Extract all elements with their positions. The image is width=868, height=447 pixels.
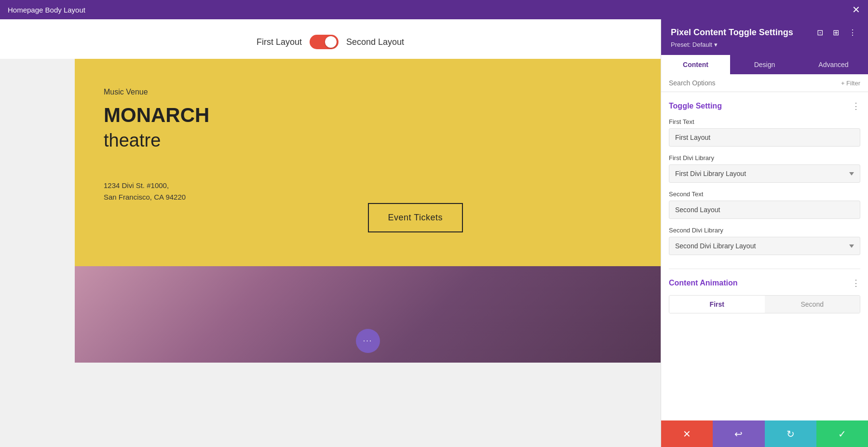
tab-design[interactable]: Design: [730, 55, 799, 74]
filter-plus-icon: + Filter: [841, 80, 860, 87]
chat-dots-icon: ···: [363, 337, 372, 345]
first-divi-library-label: First Divi Library: [669, 154, 860, 162]
animation-tabs: First Second: [669, 295, 860, 313]
second-divi-library-select[interactable]: Second Divi Library Layout: [669, 237, 860, 255]
toggle-setting-menu-button[interactable]: ⋮: [852, 102, 860, 110]
action-bar: ✕ ↩ ↻ ✓: [661, 420, 868, 447]
second-text-field: Second Text: [669, 190, 860, 219]
panel-tabs: Content Design Advanced: [661, 55, 868, 74]
content-animation-header: Content Animation ⋮: [669, 279, 860, 287]
section-divider: [669, 269, 860, 269]
undo-button[interactable]: ↩: [713, 420, 764, 447]
toggle-track: [310, 35, 339, 49]
content-animation-title: Content Animation: [669, 279, 738, 287]
first-text-label: First Text: [669, 118, 860, 125]
panel-header-icons: ⊡ ⊞ ⋮: [815, 27, 858, 38]
second-divi-library-field: Second Divi Library Second Divi Library …: [669, 227, 860, 255]
second-text-input[interactable]: [669, 201, 860, 219]
content-animation-section: Content Animation ⋮ First Second: [669, 279, 860, 313]
toggle-setting-title: Toggle Setting: [669, 102, 722, 110]
redo-button[interactable]: ↻: [765, 420, 816, 447]
first-text-input[interactable]: [669, 128, 860, 147]
toggle-thumb: [325, 36, 337, 48]
tab-advanced[interactable]: Advanced: [799, 55, 868, 74]
layout-icon-button[interactable]: ⊞: [831, 27, 841, 38]
first-text-field: First Text: [669, 118, 860, 147]
close-button[interactable]: ✕: [852, 5, 860, 14]
first-layout-label: First Layout: [257, 37, 302, 47]
venue-name-line2: theatre: [104, 130, 637, 151]
second-text-label: Second Text: [669, 190, 860, 198]
yellow-content-block: Music Venue MONARCH theatre 1234 Divi St…: [75, 59, 661, 266]
venue-name-line1: MONARCH: [104, 104, 637, 126]
cancel-button[interactable]: ✕: [661, 420, 713, 447]
anim-tab-second[interactable]: Second: [765, 296, 860, 313]
gray-section: ···: [75, 266, 661, 363]
canvas-area: First Layout Second Layout Music Venue M…: [0, 19, 661, 447]
second-layout-label: Second Layout: [346, 37, 404, 47]
panel-title: Pixel Content Toggle Settings: [671, 27, 793, 38]
toggle-setting-header: Toggle Setting ⋮: [669, 102, 860, 110]
panel-header-top: Pixel Content Toggle Settings ⊡ ⊞ ⋮: [671, 27, 858, 38]
settings-panel: Pixel Content Toggle Settings ⊡ ⊞ ⋮ Pres…: [661, 19, 868, 447]
focus-icon-button[interactable]: ⊡: [815, 27, 825, 38]
venue-category: Music Venue: [104, 88, 637, 96]
search-input[interactable]: [669, 79, 837, 87]
top-bar: Homepage Body Layout ✕: [0, 0, 868, 19]
first-divi-library-field: First Divi Library First Divi Library La…: [669, 154, 860, 183]
anim-tab-first[interactable]: First: [669, 296, 765, 313]
panel-content: Toggle Setting ⋮ First Text First Divi L…: [661, 92, 868, 420]
canvas-toggle-bar: First Layout Second Layout: [0, 19, 661, 59]
toggle-setting-section: Toggle Setting ⋮ First Text First Divi L…: [669, 102, 860, 255]
filter-button[interactable]: + Filter: [841, 80, 860, 87]
search-bar: + Filter: [661, 74, 868, 92]
panel-header: Pixel Content Toggle Settings ⊡ ⊞ ⋮ Pres…: [661, 19, 868, 55]
layout-toggle[interactable]: [310, 35, 339, 49]
save-button[interactable]: ✓: [816, 420, 868, 447]
chat-bubble[interactable]: ···: [356, 329, 380, 353]
content-animation-menu-button[interactable]: ⋮: [852, 279, 860, 287]
panel-preset[interactable]: Preset: Default: [671, 41, 858, 48]
venue-address: 1234 Divi St. #1000, San Francisco, CA 9…: [104, 180, 637, 203]
more-options-button[interactable]: ⋮: [847, 27, 858, 38]
window-title: Homepage Body Layout: [8, 6, 852, 14]
first-divi-library-select[interactable]: First Divi Library Layout: [669, 164, 860, 183]
tab-content[interactable]: Content: [661, 55, 730, 74]
second-divi-library-label: Second Divi Library: [669, 227, 860, 234]
event-tickets-button[interactable]: Event Tickets: [368, 203, 463, 232]
